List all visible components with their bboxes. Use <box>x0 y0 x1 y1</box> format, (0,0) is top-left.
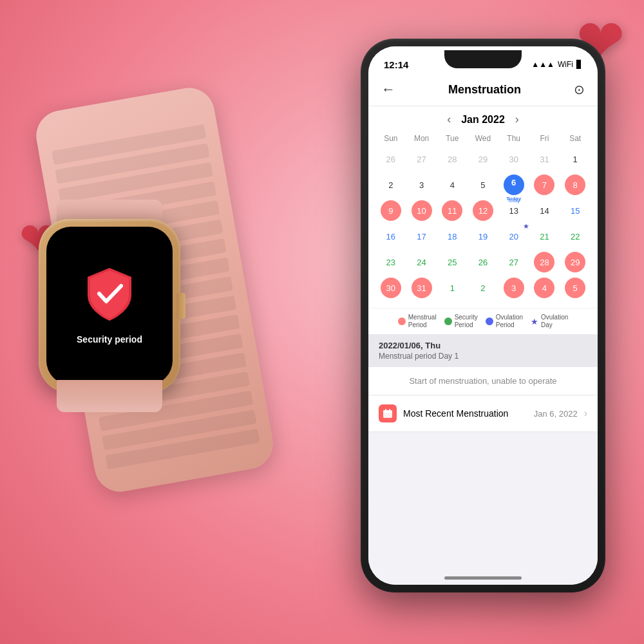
watch-screen: Security period <box>46 227 173 385</box>
cal-cell-feb2[interactable]: 2 <box>468 276 498 300</box>
cal-cell-dec30[interactable]: 30 <box>499 147 529 171</box>
signal-icon: ▲▲▲ <box>531 60 554 69</box>
cal-cell-feb3[interactable]: 3 <box>499 276 529 300</box>
cal-cell-jan3[interactable]: 3 <box>407 173 437 197</box>
legend-dot-security <box>444 317 452 325</box>
prev-month-button[interactable]: ‹ <box>447 113 451 126</box>
cal-cell-feb4[interactable]: 4 <box>530 276 560 300</box>
legend-label-menstrual: MenstrualPeriod <box>408 314 437 329</box>
battery-icon: ▊ <box>576 60 582 69</box>
calendar-grid: Sun Mon Tue Wed Thu Fri Sat 26 27 28 29 … <box>376 131 590 300</box>
cal-cell-jan16[interactable]: 16 <box>376 224 406 249</box>
cal-cell-dec26[interactable]: 26 <box>376 147 406 171</box>
smartphone: 12:14 ▲▲▲ WiFi ▊ ← Menstruation ⊙ ‹ Jan … <box>361 39 605 592</box>
cal-cell-dec29[interactable]: 29 <box>468 147 498 171</box>
cal-cell-jan20[interactable]: 20 ★ <box>499 224 529 249</box>
calendar-menu-icon <box>379 404 397 422</box>
phone-home-bar <box>444 576 522 580</box>
cal-cell-jan25[interactable]: 25 <box>437 250 467 274</box>
svg-rect-1 <box>383 410 392 413</box>
cal-cell-jan17[interactable]: 17 <box>407 224 437 249</box>
cal-cell-jan18[interactable]: 18 <box>437 224 467 249</box>
cal-cell-jan12[interactable]: 12 <box>468 198 498 223</box>
date-period-info: Menstrual period Day 1 <box>379 352 587 361</box>
cal-cell-jan19[interactable]: 19 <box>468 224 498 249</box>
unable-to-operate-message: Start of menstruation, unable to operate <box>368 367 598 395</box>
cal-cell-jan31[interactable]: 31 <box>407 276 437 300</box>
wifi-icon: WiFi <box>558 60 573 69</box>
cal-cell-jan24[interactable]: 24 <box>407 250 437 274</box>
month-navigation: ‹ Jan 2022 › <box>376 106 590 131</box>
cal-cell-jan14[interactable]: 14 <box>530 198 560 223</box>
cal-cell-dec31[interactable]: 31 <box>530 147 560 171</box>
calendar-section: ‹ Jan 2022 › Sun Mon Tue Wed Thu Fri Sat… <box>368 106 598 308</box>
status-icons: ▲▲▲ WiFi ▊ <box>531 60 582 69</box>
cal-cell-jan28[interactable]: 28 <box>530 250 560 274</box>
phone-screen: 12:14 ▲▲▲ WiFi ▊ ← Menstruation ⊙ ‹ Jan … <box>368 46 598 585</box>
legend-dot-menstrual <box>398 317 406 325</box>
cal-cell-dec27[interactable]: 27 <box>407 147 437 171</box>
watch-crown <box>176 293 185 319</box>
cal-cell-dec28[interactable]: 28 <box>437 147 467 171</box>
status-time: 12:14 <box>384 59 408 70</box>
cal-cell-jan10[interactable]: 10 <box>407 198 437 223</box>
cal-cell-jan22[interactable]: 22 <box>560 224 590 249</box>
shield-icon <box>84 265 135 323</box>
phone-case: 12:14 ▲▲▲ WiFi ▊ ← Menstruation ⊙ ‹ Jan … <box>361 39 605 592</box>
svg-rect-2 <box>385 409 386 412</box>
cal-cell-jan26[interactable]: 26 <box>468 250 498 274</box>
cal-cell-jan6[interactable]: 6Today <box>499 173 529 197</box>
day-header-sun: Sun <box>376 131 406 146</box>
cal-cell-jan8[interactable]: 8 <box>560 173 590 197</box>
watch-case: Security period <box>39 219 180 393</box>
menu-item-value: Jan 6, 2022 <box>534 409 578 419</box>
cal-cell-jan15[interactable]: 15 <box>560 198 590 223</box>
cal-cell-jan29[interactable]: 29 <box>560 250 590 274</box>
phone-notch <box>444 50 522 68</box>
cal-cell-jan13[interactable]: 13 <box>499 198 529 223</box>
month-title: Jan 2022 <box>461 114 505 126</box>
legend-star-icon: ★ <box>531 317 538 327</box>
cal-cell-jan4[interactable]: 4 <box>437 173 467 197</box>
info-section: 2022/01/06, Thu Menstrual period Day 1 S… <box>368 334 598 585</box>
cal-cell-jan27[interactable]: 27 <box>499 250 529 274</box>
back-button[interactable]: ← <box>381 81 395 98</box>
cal-cell-jan23[interactable]: 23 <box>376 250 406 274</box>
cal-cell-jan30[interactable]: 30 <box>376 276 406 300</box>
menu-item-label: Most Recent Menstruation <box>403 408 527 419</box>
day-header-tue: Tue <box>437 131 467 146</box>
cal-cell-jan7[interactable]: 7 <box>530 173 560 197</box>
page-title: Menstruation <box>448 83 521 97</box>
legend-menstrual: MenstrualPeriod <box>398 314 437 329</box>
cal-cell-jan5[interactable]: 5 <box>468 173 498 197</box>
watch-security-label: Security period <box>77 334 142 346</box>
settings-button[interactable]: ⊙ <box>574 82 585 97</box>
legend-label-security: SecurityPeriod <box>455 314 478 329</box>
app-header: ← Menstruation ⊙ <box>368 75 598 106</box>
selected-date: 2022/01/06, Thu <box>379 341 587 350</box>
legend-ovulation-day: ★ OvulationDay <box>531 314 568 329</box>
cal-cell-jan9[interactable]: 9 <box>376 198 406 223</box>
most-recent-menstruation-item[interactable]: Most Recent Menstruation Jan 6, 2022 › <box>368 395 598 432</box>
legend-security: SecurityPeriod <box>444 314 478 329</box>
day-header-fri: Fri <box>530 131 560 146</box>
menu-arrow-icon: › <box>584 408 587 419</box>
next-month-button[interactable]: › <box>515 113 519 126</box>
day-header-sat: Sat <box>560 131 590 146</box>
legend-label-ovulation-day: OvulationDay <box>541 314 568 329</box>
day-header-wed: Wed <box>468 131 498 146</box>
cal-cell-jan2[interactable]: 2 <box>376 173 406 197</box>
legend-dot-ovulation-period <box>486 317 493 325</box>
day-header-mon: Mon <box>407 131 437 146</box>
svg-rect-3 <box>389 409 390 412</box>
cal-cell-feb5[interactable]: 5 <box>560 276 590 300</box>
cal-cell-jan21[interactable]: 21 <box>530 224 560 249</box>
calendar-legend: MenstrualPeriod SecurityPeriod Ovulation… <box>368 308 598 334</box>
cal-cell-jan1[interactable]: 1 <box>560 147 590 171</box>
date-info-bar: 2022/01/06, Thu Menstrual period Day 1 <box>368 334 598 367</box>
legend-label-ovulation-period: OvulationPeriod <box>496 314 523 329</box>
watch-body: Security period <box>39 219 180 393</box>
cal-cell-jan11[interactable]: 11 <box>437 198 467 223</box>
smartwatch: Security period <box>39 219 180 393</box>
cal-cell-feb1[interactable]: 1 <box>437 276 467 300</box>
